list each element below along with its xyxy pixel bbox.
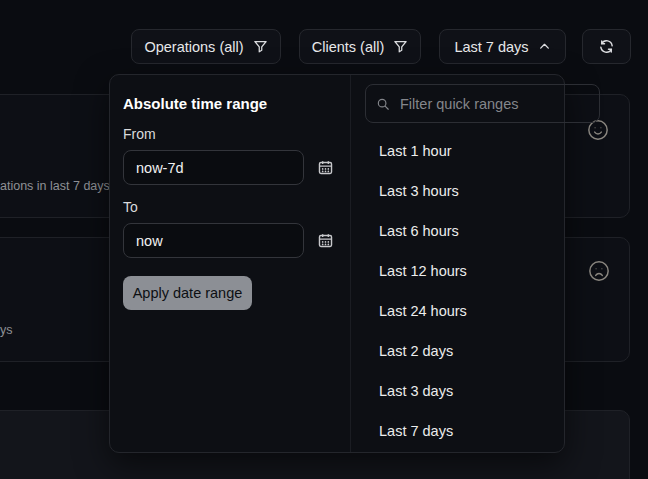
quick-range-option[interactable]: Last 2 days [351, 331, 611, 371]
quick-range-option[interactable]: Last 12 hours [351, 251, 611, 291]
quick-range-option[interactable]: Last 7 days [351, 411, 611, 451]
refresh-button[interactable] [582, 29, 631, 64]
quick-range-search[interactable] [365, 84, 600, 123]
clients-filter-label: Clients (all) [312, 39, 385, 55]
time-range-dropdown: Absolute time range From To [109, 74, 565, 453]
to-label: To [123, 199, 334, 215]
search-icon [376, 97, 390, 111]
clients-filter-button[interactable]: Clients (all) [299, 29, 421, 64]
time-range-button[interactable]: Last 7 days [439, 29, 566, 64]
card-caption-clipped: ys [0, 323, 13, 337]
quick-range-option[interactable]: Last 3 hours [351, 171, 611, 211]
calendar-icon[interactable] [317, 159, 334, 176]
quick-range-list: Last 1 hour Last 3 hours Last 6 hours La… [351, 131, 611, 451]
apply-date-range-button[interactable]: Apply date range [123, 276, 252, 310]
quick-range-filter-input[interactable] [398, 95, 589, 113]
quick-range-option[interactable]: Last 6 hours [351, 211, 611, 251]
to-input[interactable] [123, 223, 304, 258]
refresh-icon [598, 38, 615, 55]
card-caption-clipped: ations in last 7 days [0, 179, 110, 193]
absolute-range-title: Absolute time range [123, 95, 334, 112]
chevron-up-icon [538, 40, 551, 53]
from-input[interactable] [123, 150, 304, 185]
quick-range-option[interactable]: Last 24 hours [351, 291, 611, 331]
funnel-icon [253, 39, 268, 54]
operations-filter-label: Operations (all) [144, 39, 243, 55]
calendar-icon[interactable] [317, 232, 334, 249]
absolute-time-range-section: Absolute time range From To [110, 75, 351, 452]
dashboard-screen: ations in last 7 days ys Operations (all… [0, 0, 648, 479]
quick-ranges-section: Last 1 hour Last 3 hours Last 6 hours La… [351, 75, 611, 452]
operations-filter-button[interactable]: Operations (all) [131, 29, 281, 64]
funnel-icon [393, 39, 408, 54]
time-range-label: Last 7 days [454, 39, 528, 55]
quick-range-option[interactable]: Last 3 days [351, 371, 611, 411]
quick-range-option[interactable]: Last 1 hour [351, 131, 611, 171]
from-label: From [123, 126, 334, 142]
